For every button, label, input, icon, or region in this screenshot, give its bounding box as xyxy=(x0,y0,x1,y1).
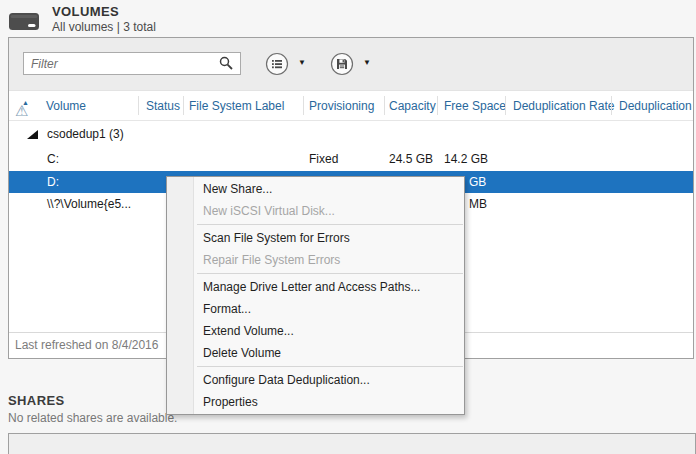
cell-volume: C: xyxy=(47,148,59,171)
collapse-group-icon[interactable] xyxy=(27,130,38,139)
column-header-deduplication-rate[interactable]: Deduplication Rate xyxy=(513,91,614,121)
menu-item-delete-volume[interactable]: Delete Volume xyxy=(167,342,464,364)
volumes-toolbar: ▼ ▼ xyxy=(9,38,693,91)
volume-context-menu: New Share... New iSCSI Virtual Disk... S… xyxy=(166,176,465,415)
menu-separator xyxy=(197,273,463,274)
cell-volume: \\?\Volume{e5... xyxy=(47,193,131,216)
cell-free-space: GB xyxy=(469,171,486,193)
volumes-disk-icon xyxy=(8,9,40,35)
group-label: csodedup1 (3) xyxy=(47,121,124,148)
column-header-deduplication[interactable]: Deduplication xyxy=(619,91,692,121)
shares-panel xyxy=(8,433,696,454)
search-icon xyxy=(219,56,234,71)
filter-field-wrap xyxy=(23,52,241,75)
page-title: VOLUMES xyxy=(52,4,119,19)
volumes-tile-header: VOLUMES All volumes | 3 total xyxy=(0,0,696,37)
table-header-row: ⚠ ▲ Volume Status File System Label Prov… xyxy=(9,91,693,121)
column-header-volume[interactable]: Volume xyxy=(46,91,86,121)
menu-item-properties[interactable]: Properties xyxy=(167,391,464,413)
save-query-dropdown-icon[interactable]: ▼ xyxy=(363,58,371,67)
shares-empty-message: No related shares are available. xyxy=(8,411,177,425)
cell-free-space: MB xyxy=(469,193,487,216)
column-divider xyxy=(303,96,304,115)
column-header-status[interactable]: Status xyxy=(146,91,180,121)
column-header-free-space[interactable]: Free Space xyxy=(444,91,506,121)
filter-criteria-button[interactable] xyxy=(265,52,289,76)
column-divider xyxy=(611,96,612,115)
cell-free-space: 14.2 GB xyxy=(444,148,488,171)
menu-item-new-share[interactable]: New Share... xyxy=(167,178,464,200)
volumes-pane: VOLUMES All volumes | 3 total ▼ xyxy=(0,0,696,454)
column-divider xyxy=(183,96,184,115)
cell-capacity: 24.5 GB xyxy=(389,148,433,171)
table-row-volume-c[interactable]: C: Fixed 24.5 GB 14.2 GB xyxy=(9,148,693,171)
menu-item-configure-data-deduplication[interactable]: Configure Data Deduplication... xyxy=(167,369,464,391)
volume-group-row[interactable]: csodedup1 (3) xyxy=(9,121,693,148)
menu-separator xyxy=(197,366,463,367)
cell-provisioning: Fixed xyxy=(309,148,338,171)
menu-separator xyxy=(197,224,463,225)
column-divider xyxy=(138,96,139,115)
column-header-provisioning[interactable]: Provisioning xyxy=(309,91,374,121)
save-query-button[interactable] xyxy=(330,52,354,76)
filter-criteria-dropdown-icon[interactable]: ▼ xyxy=(298,58,306,67)
column-divider xyxy=(384,96,385,115)
menu-item-repair-file-system: Repair File System Errors xyxy=(167,249,464,271)
filter-input[interactable] xyxy=(23,52,241,75)
menu-item-new-iscsi-virtual-disk: New iSCSI Virtual Disk... xyxy=(167,200,464,222)
menu-item-manage-drive-letter[interactable]: Manage Drive Letter and Access Paths... xyxy=(167,276,464,298)
menu-item-scan-file-system[interactable]: Scan File System for Errors xyxy=(167,227,464,249)
column-divider xyxy=(505,96,506,115)
column-header-capacity[interactable]: Capacity xyxy=(389,91,436,121)
column-header-file-system-label[interactable]: File System Label xyxy=(189,91,284,121)
menu-item-format[interactable]: Format... xyxy=(167,298,464,320)
page-subtitle: All volumes | 3 total xyxy=(52,20,156,34)
column-divider xyxy=(437,96,438,115)
shares-section-title: SHARES xyxy=(8,393,65,408)
cell-volume: D: xyxy=(47,171,59,193)
menu-item-extend-volume[interactable]: Extend Volume... xyxy=(167,320,464,342)
sort-ascending-icon: ▲ xyxy=(22,88,29,118)
